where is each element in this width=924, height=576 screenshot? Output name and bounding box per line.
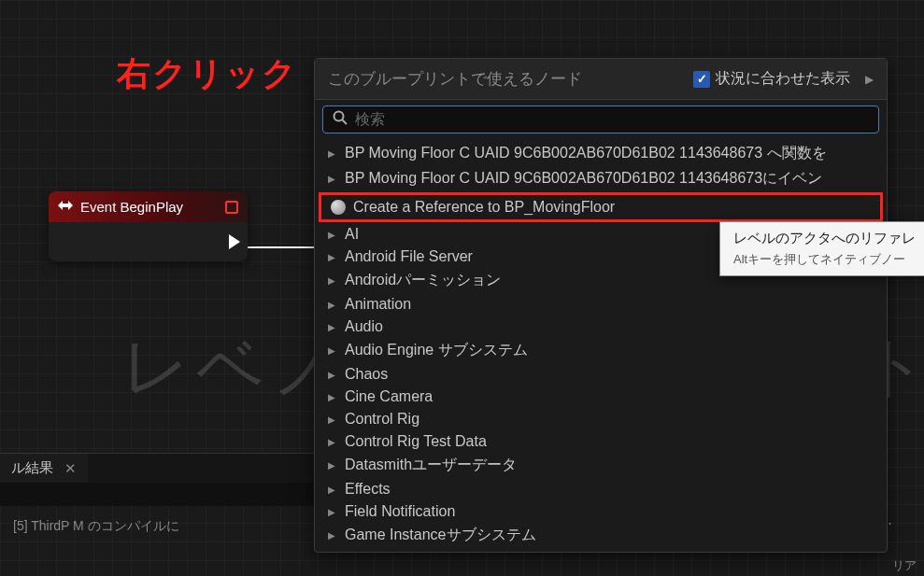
chevron-right-icon: ▶ xyxy=(328,460,337,471)
event-node-title: Event BeginPlay xyxy=(80,199,218,215)
chevron-right-icon: ▶ xyxy=(328,370,337,380)
bottom-right-label: リア xyxy=(892,557,917,574)
close-icon[interactable]: ✕ xyxy=(64,460,77,477)
chevron-right-icon: ▶ xyxy=(328,300,337,310)
menu-item-label: BP Moving Floor C UAID 9C6B002AB670D61B0… xyxy=(345,144,827,163)
menu-item-label: Game Instanceサブシステム xyxy=(345,526,536,545)
context-sensitive-toggle[interactable]: ✓ 状況に合わせた表示 xyxy=(693,69,850,89)
node-context-menu: このブループリントで使えるノード ✓ 状況に合わせた表示 ▶ ▶BP Movin… xyxy=(314,58,888,553)
chevron-right-icon: ▶ xyxy=(328,530,337,541)
exec-wire xyxy=(243,246,314,248)
search-box[interactable] xyxy=(322,105,879,133)
menu-list: ▶BP Moving Floor C UAID 9C6B002AB670D61B… xyxy=(315,139,887,552)
menu-item-create-reference[interactable]: Create a Reference to BP_MovingFloor xyxy=(319,192,883,222)
chevron-right-icon: ▶ xyxy=(328,485,337,495)
event-node-header[interactable]: Event BeginPlay xyxy=(49,191,248,222)
chevron-right-icon[interactable]: ▶ xyxy=(865,73,874,86)
menu-item-label: BP Moving Floor C UAID 9C6B002AB670D61B0… xyxy=(345,169,822,189)
menu-item[interactable]: ▶BP Moving Floor C UAID 9C6B002AB670D61B… xyxy=(315,166,887,191)
chevron-right-icon: ▶ xyxy=(328,392,337,402)
menu-item[interactable]: ▶Control Rig Test Data xyxy=(315,430,887,453)
background-watermark-left: レベノ xyxy=(121,322,346,412)
context-menu-header: このブループリントで使えるノード ✓ 状況に合わせた表示 ▶ xyxy=(315,59,887,100)
chevron-right-icon: ▶ xyxy=(328,414,337,425)
menu-item-label: Datasmithユーザーデータ xyxy=(345,456,517,475)
event-arrow-icon xyxy=(58,199,73,215)
menu-item-label: Audio Engine サブシステム xyxy=(345,341,528,360)
chevron-right-icon: ▶ xyxy=(328,230,337,240)
event-node-body xyxy=(49,222,248,261)
search-input[interactable] xyxy=(355,111,869,128)
compile-message: [5] ThirdP M のコンパイルに xyxy=(13,518,179,535)
chevron-right-icon: ▶ xyxy=(328,275,337,286)
menu-item-label: Chaos xyxy=(345,366,388,383)
menu-item[interactable]: ▶Field Notification xyxy=(315,500,887,523)
context-menu-title: このブループリントで使えるノード xyxy=(328,68,678,90)
results-tab[interactable]: ル結果 ✕ xyxy=(0,454,88,483)
menu-item[interactable]: ▶Animation xyxy=(315,293,887,316)
chevron-right-icon: ▶ xyxy=(328,322,337,332)
svg-point-0 xyxy=(334,112,344,121)
checkbox-label: 状況に合わせた表示 xyxy=(716,69,850,89)
event-node-badge xyxy=(225,201,238,214)
search-icon xyxy=(333,110,348,129)
menu-item[interactable]: ▶Audio xyxy=(315,316,887,338)
menu-item[interactable]: ▶Audio Engine サブシステム xyxy=(315,338,887,363)
menu-item-label: Audio xyxy=(345,318,383,335)
chevron-right-icon: ▶ xyxy=(328,252,337,262)
checkbox-checked-icon: ✓ xyxy=(693,71,710,88)
chevron-right-icon: ▶ xyxy=(328,148,337,159)
menu-item[interactable]: ▶BP Moving Floor C UAID 9C6B002AB670D61B… xyxy=(315,141,887,166)
menu-item[interactable]: ▶Control Rig xyxy=(315,408,887,430)
menu-item[interactable]: ▶Datasmithユーザーデータ xyxy=(315,453,887,478)
menu-item-label: Cine Camera xyxy=(345,388,433,405)
menu-item[interactable]: ▶Chaos xyxy=(315,363,887,386)
menu-item-label: Animation xyxy=(345,296,411,313)
annotation-right-click: 右クリック xyxy=(117,51,298,97)
tooltip: レベルのアクタへのリファレ Altキーを押してネイティブノー xyxy=(719,221,924,276)
chevron-right-icon: ▶ xyxy=(328,507,337,517)
menu-item[interactable]: ▶Effects xyxy=(315,478,887,500)
exec-output-pin[interactable] xyxy=(229,234,240,249)
menu-item-label: Androidパーミッション xyxy=(345,271,501,290)
menu-item-label: Control Rig Test Data xyxy=(345,433,487,450)
event-begin-play-node[interactable]: Event BeginPlay xyxy=(49,191,248,261)
tooltip-subtitle: Altキーを押してネイティブノー xyxy=(733,251,920,268)
actor-icon xyxy=(331,200,346,215)
svg-line-1 xyxy=(343,120,348,125)
search-row xyxy=(315,100,887,139)
menu-item-label: Create a Reference to BP_MovingFloor xyxy=(353,199,615,216)
menu-item[interactable]: ▶Game Instanceサブシステム xyxy=(315,523,887,548)
chevron-right-icon: ▶ xyxy=(328,437,337,447)
chevron-right-icon: ▶ xyxy=(328,174,337,184)
tooltip-title: レベルのアクタへのリファレ xyxy=(733,230,920,247)
menu-item-label: AI xyxy=(345,226,359,243)
menu-item-label: Control Rig xyxy=(345,411,419,428)
menu-item[interactable]: ▶Cine Camera xyxy=(315,386,887,408)
chevron-right-icon: ▶ xyxy=(328,345,337,356)
tab-label: ル結果 xyxy=(11,459,53,477)
menu-item-label: Android File Server xyxy=(345,248,473,265)
results-panel: ル結果 ✕ xyxy=(0,453,318,506)
menu-item-label: Field Notification xyxy=(345,503,455,520)
menu-item-label: Effects xyxy=(345,481,391,498)
tab-bar: ル結果 ✕ xyxy=(0,454,318,483)
